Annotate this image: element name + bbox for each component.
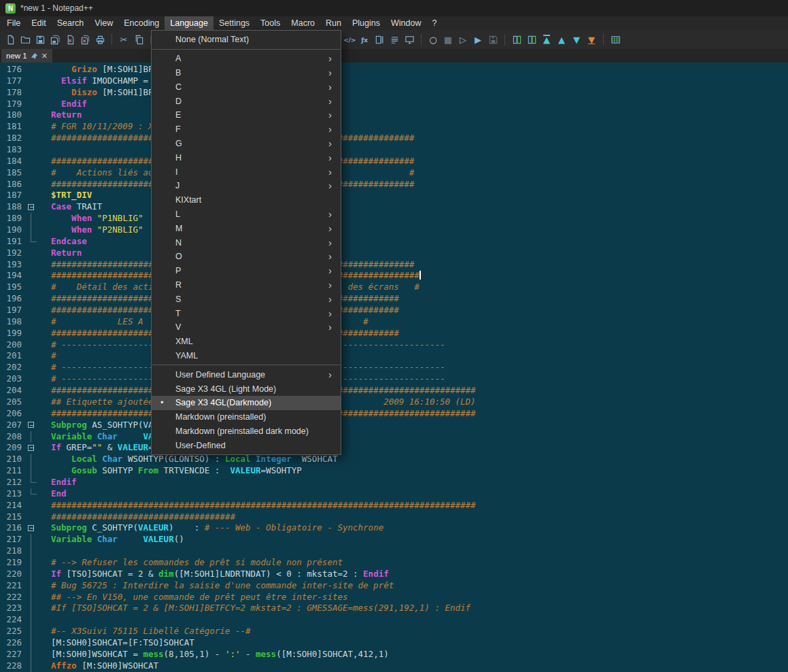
code-line[interactable]: 217Variable Char VALEUR() xyxy=(0,534,788,545)
language-menu-item-n[interactable]: N› xyxy=(152,235,341,250)
compare-icon[interactable] xyxy=(511,33,523,46)
code-line[interactable]: 208Variable Char VALEUR() xyxy=(0,431,788,443)
code-line[interactable]: 177 Elsif IMODCHAMP = 2 xyxy=(0,75,788,87)
language-menu-item-s[interactable]: S› xyxy=(152,292,341,306)
code-line[interactable]: 200# -----------------------------------… xyxy=(0,339,788,351)
code-line[interactable]: 211 Gosub SOHTYP From TRTVENCDE : VALEUR… xyxy=(0,465,788,477)
code-line[interactable]: 226[M:SOH0]SOHCAT=[F:TSO]SOHCAT xyxy=(0,637,788,649)
save-all-icon[interactable] xyxy=(49,33,61,46)
new-file-icon[interactable] xyxy=(4,33,16,46)
code-line[interactable]: 205## Etiquette ajoutée 2009 16:10:50 (L… xyxy=(0,397,788,408)
menubar-item-file[interactable]: File xyxy=(1,16,26,30)
code-tags-icon[interactable]: </> xyxy=(343,33,356,46)
language-menu-item-user-defined[interactable]: User-Defined xyxy=(152,438,341,452)
code-line[interactable]: 223#If [TSO]SOHCAT = 2 & [M:SOH1]BETFCY=… xyxy=(0,603,788,614)
code-line[interactable]: 216Subprog C_SOHTYP(VALEUR) : # --- Web … xyxy=(0,522,788,534)
code-line[interactable]: 191Endcase xyxy=(0,236,788,248)
language-menu-item-h[interactable]: H› xyxy=(152,150,341,165)
fold-margin[interactable] xyxy=(24,201,41,213)
first-diff-icon[interactable]: ▲ xyxy=(541,33,553,46)
cut-icon[interactable]: ✂ xyxy=(118,33,130,46)
menubar-item-encoding[interactable]: Encoding xyxy=(118,16,165,30)
stop-record-icon[interactable]: ■ xyxy=(442,33,454,46)
function-list-icon[interactable]: ƒx xyxy=(358,33,371,46)
record-macro-icon[interactable]: ○ xyxy=(427,33,439,46)
language-menu-item-sage-x3-4gl-light[interactable]: Sage X3 4GL (Light Mode) xyxy=(152,382,341,396)
monitoring-icon[interactable] xyxy=(403,33,415,46)
language-menu-item-r[interactable]: R› xyxy=(152,278,341,292)
code-line[interactable]: 193#####################################… xyxy=(0,259,788,271)
compare-clear-icon[interactable] xyxy=(526,33,538,46)
fold-margin[interactable] xyxy=(24,522,41,534)
code-line[interactable]: 190 When "P2NBLIG" xyxy=(0,224,788,236)
tab-close-icon[interactable]: ✕ xyxy=(41,52,48,60)
code-line[interactable]: 199#####################################… xyxy=(0,328,788,339)
close-all-icon[interactable] xyxy=(79,33,91,46)
code-line[interactable]: 228Affzo [M:SOH0]WSOHCAT xyxy=(0,660,788,672)
code-line[interactable]: 225#-- X3Suivi 75115 Libellé Catégorie -… xyxy=(0,626,788,637)
language-menu-item-c[interactable]: C› xyxy=(152,80,341,94)
fold-collapse-icon[interactable] xyxy=(28,525,34,531)
code-line[interactable]: 224 xyxy=(0,614,788,626)
save-file-icon[interactable] xyxy=(34,33,46,46)
menubar-item-tools[interactable]: Tools xyxy=(255,16,286,30)
code-line[interactable]: 179 Endif xyxy=(0,99,788,110)
document-map-icon[interactable] xyxy=(373,33,386,46)
code-line[interactable]: 214#####################################… xyxy=(0,500,788,511)
menubar-item-window[interactable]: Window xyxy=(386,16,426,30)
fold-margin[interactable] xyxy=(24,442,41,454)
code-line[interactable]: 204#####################################… xyxy=(0,385,788,397)
menubar-item-view[interactable]: View xyxy=(89,16,118,30)
language-menu-item-kixtart[interactable]: KIXtart xyxy=(152,193,341,207)
code-line[interactable]: 201# xyxy=(0,350,788,362)
language-menu-item-a[interactable]: A› xyxy=(152,52,341,66)
code-line[interactable]: 197#####################################… xyxy=(0,305,788,316)
pin-icon[interactable] xyxy=(31,52,38,60)
menubar-item-language[interactable]: Language xyxy=(165,16,213,30)
code-line[interactable]: 194#####################################… xyxy=(0,270,788,282)
code-line[interactable]: 196#####################################… xyxy=(0,293,788,305)
code-line[interactable]: 192Return xyxy=(0,248,788,259)
code-line[interactable]: 189 When "P1NBLIG" xyxy=(0,213,788,224)
menubar-item-plugins[interactable]: Plugins xyxy=(347,16,386,30)
language-menu-item-t[interactable]: T› xyxy=(152,306,341,320)
fold-collapse-icon[interactable] xyxy=(28,204,34,210)
language-menu-item-f[interactable]: F› xyxy=(152,122,341,137)
next-diff-icon[interactable]: ▼ xyxy=(570,33,583,46)
code-line[interactable]: 180Return xyxy=(0,110,788,121)
code-line[interactable]: 215#################################### xyxy=(0,511,788,523)
fold-collapse-icon[interactable] xyxy=(28,445,34,451)
language-menu-item-o[interactable]: O› xyxy=(152,250,341,264)
editor[interactable]: 176 Grizo [M:SOH1]BPA177 Elsif IMODCHAMP… xyxy=(0,63,788,672)
language-menu-item-sage-x3-4gl-dark[interactable]: •Sage X3 4GL(Darkmode) xyxy=(152,396,341,410)
code-line[interactable]: 209If GREP="" & VALEUR="" xyxy=(0,442,788,454)
code-line[interactable]: 219# --> Refuser les commandes de prêt s… xyxy=(0,557,788,569)
language-menu-item-none-normal-text[interactable]: None (Normal Text) xyxy=(152,33,341,47)
code-line[interactable]: 195# Détail des actio des écrans # xyxy=(0,282,788,293)
language-menu-item-i[interactable]: I› xyxy=(152,165,341,179)
language-menu-item-g[interactable]: G› xyxy=(152,137,341,151)
language-menu-item-markdown-preinstalled-dark[interactable]: Markdown (preinstalled dark mode) xyxy=(152,424,341,439)
menubar-item-macro[interactable]: Macro xyxy=(286,16,320,30)
save-macro-icon[interactable] xyxy=(487,33,499,46)
code-line[interactable]: 186#####################################… xyxy=(0,179,788,190)
language-menu-item-m[interactable]: M› xyxy=(152,221,341,235)
last-diff-icon[interactable]: ▼ xyxy=(585,33,598,46)
document-list-icon[interactable] xyxy=(388,33,400,46)
language-menu-item-j[interactable]: J› xyxy=(152,179,341,193)
code-line[interactable]: 227[M:SOH0]WSOHCAT = mess(8,105,1) - ':'… xyxy=(0,649,788,660)
code-line[interactable]: 182#####################################… xyxy=(0,133,788,144)
menubar-item-edit[interactable]: Edit xyxy=(26,16,52,30)
code-line[interactable]: 187$TRT_DIV xyxy=(0,190,788,201)
prev-diff-icon[interactable]: ▲ xyxy=(555,33,568,46)
code-line[interactable]: 184#####################################… xyxy=(0,156,788,167)
menubar-item-help[interactable]: ? xyxy=(426,16,442,30)
code-line[interactable]: 210 Local Char WSOHTYP(GLONTSO) : Local … xyxy=(0,454,788,465)
code-line[interactable]: 207Subprog AS_SOHTYP(VALEUR) xyxy=(0,420,788,431)
code-line[interactable]: 188Case TRAIT xyxy=(0,201,788,213)
copy-icon[interactable] xyxy=(133,33,145,46)
language-menu-item-d[interactable]: D› xyxy=(152,94,341,108)
language-menu-item-b[interactable]: B› xyxy=(152,66,341,80)
code-line[interactable]: 202# -----------------------------------… xyxy=(0,362,788,373)
language-menu-item-v[interactable]: V› xyxy=(152,320,341,335)
